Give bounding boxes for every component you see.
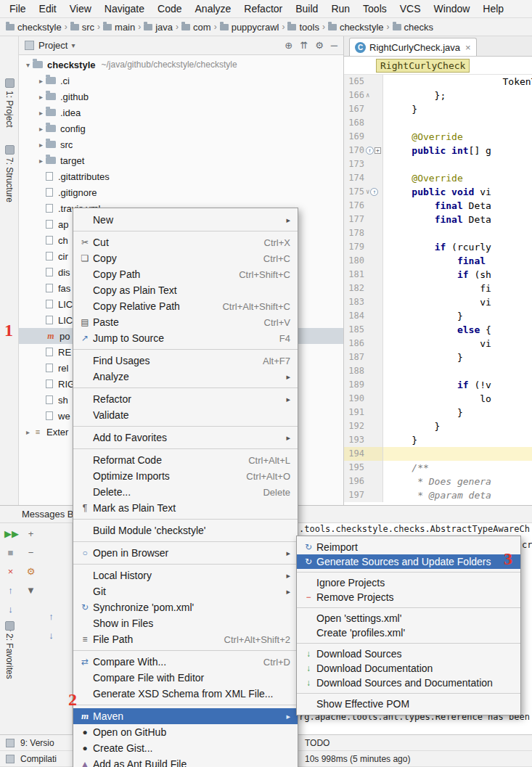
menubar-item-navigate[interactable]: Navigate bbox=[98, 1, 151, 16]
tree-item-github[interactable]: ▸.github bbox=[19, 89, 343, 104]
menu-item-create-profiles-xml[interactable]: Create 'profiles.xml' bbox=[297, 626, 520, 640]
tree-item-config[interactable]: ▸config bbox=[19, 120, 343, 136]
expand-arrow-icon[interactable]: ▸ bbox=[36, 93, 46, 101]
menu-item-analyze[interactable]: Analyze▸ bbox=[73, 369, 298, 385]
tree-item-src[interactable]: ▸src bbox=[19, 136, 343, 152]
compilation-toolwindow-icon[interactable] bbox=[6, 755, 15, 763]
expand-arrow-icon[interactable]: ▸ bbox=[36, 141, 46, 149]
menu-item-mark-as-plain-text[interactable]: ¶Mark as Plain Text bbox=[73, 500, 298, 516]
menubar-item-run[interactable]: Run bbox=[324, 1, 356, 16]
menu-item-copy[interactable]: ❏CopyCtrl+C bbox=[73, 250, 298, 266]
menu-item-generate-sources-and-update-folders[interactable]: ↻Generate Sources and Update Folders bbox=[297, 554, 520, 569]
menu-item-download-sources[interactable]: ↓Download Sources bbox=[297, 647, 520, 661]
breadcrumb-item-checkstyle[interactable]: checkstyle bbox=[328, 22, 384, 33]
chevron-down-icon[interactable]: ▾ bbox=[71, 41, 75, 49]
menu-item-add-to-favorites[interactable]: Add to Favorites▸ bbox=[73, 430, 298, 446]
close-tab-icon[interactable]: × bbox=[465, 42, 471, 53]
menu-item-paste[interactable]: ▤PasteCtrl+V bbox=[73, 314, 298, 330]
menu-item-remove-projects[interactable]: −Remove Projects bbox=[297, 590, 520, 604]
menu-item-copy-as-plain-text[interactable]: Copy as Plain Text bbox=[73, 282, 298, 298]
menubar-item-help[interactable]: Help bbox=[476, 1, 510, 16]
hide-panel-icon[interactable]: ─ bbox=[331, 40, 337, 51]
menu-item-copy-relative-path[interactable]: Copy Relative PathCtrl+Alt+Shift+C bbox=[73, 298, 298, 314]
expand-arrow-icon[interactable]: ▸ bbox=[36, 77, 46, 85]
expand-arrow-icon[interactable]: ▸ bbox=[36, 109, 46, 117]
collapse-all-icon[interactable]: − bbox=[25, 546, 37, 559]
menu-item-compare-with[interactable]: ⇄Compare With...Ctrl+D bbox=[73, 654, 298, 670]
todo-button[interactable]: TODO bbox=[305, 738, 330, 748]
menu-item-validate[interactable]: Validate bbox=[73, 407, 298, 423]
tree-item-gitignore[interactable]: .gitignore bbox=[19, 184, 343, 200]
menu-item-synchronize-pom-xml[interactable]: ↻Synchronize 'pom.xml' bbox=[73, 599, 298, 615]
menu-item-local-history[interactable]: Local History▸ bbox=[73, 567, 298, 583]
editor-tab-rightcurlycheck[interactable]: C RightCurlyCheck.java × bbox=[349, 38, 477, 56]
menubar-item-build[interactable]: Build bbox=[289, 1, 324, 16]
up-arrow-icon[interactable]: ↑ bbox=[45, 610, 57, 623]
menubar-item-edit[interactable]: Edit bbox=[33, 1, 63, 16]
breadcrumb-item-main[interactable]: main bbox=[103, 22, 135, 33]
override-method-icon[interactable]: ↑ bbox=[366, 147, 374, 155]
menu-item-optimize-imports[interactable]: Optimize ImportsCtrl+Alt+O bbox=[73, 468, 298, 484]
expand-arrow-icon[interactable]: ▸ bbox=[23, 428, 33, 436]
code-area[interactable]: 165 TokenT166∧ };167 }168169 @Override17… bbox=[344, 75, 532, 502]
folded-region-icon[interactable]: + bbox=[375, 147, 381, 154]
menu-item-ignore-projects[interactable]: Ignore Projects bbox=[297, 575, 520, 590]
rerun-icon[interactable]: ▶▶ bbox=[4, 528, 17, 540]
tree-item-gitattributes[interactable]: .gitattributes bbox=[19, 168, 343, 184]
breadcrumb-item-src[interactable]: src bbox=[70, 22, 94, 33]
menu-item-open-settings-xml[interactable]: Open 'settings.xml' bbox=[297, 611, 520, 626]
override-method-icon[interactable]: ↑ bbox=[370, 188, 378, 196]
fold-marker-icon[interactable]: ∨ bbox=[366, 185, 369, 199]
menu-item-reimport[interactable]: ↻Reimport bbox=[297, 540, 520, 554]
menu-item-compare-file-with-editor[interactable]: Compare File with Editor bbox=[73, 670, 298, 686]
breadcrumb-item-checks[interactable]: checks bbox=[393, 22, 433, 33]
menubar-item-code[interactable]: Code bbox=[151, 1, 188, 16]
previous-message-icon[interactable]: ↑ bbox=[4, 584, 17, 596]
stripe-button-favorites[interactable]: 2: Favorites bbox=[1, 621, 18, 679]
menu-item-find-usages[interactable]: Find UsagesAlt+F7 bbox=[73, 353, 298, 369]
menu-item-download-documentation[interactable]: ↓Download Documentation bbox=[297, 661, 520, 676]
menu-item-new[interactable]: New▸ bbox=[73, 212, 298, 228]
breadcrumb-item-com[interactable]: com bbox=[181, 22, 211, 33]
tree-item-idea[interactable]: ▸.idea bbox=[19, 104, 343, 120]
menu-item-show-in-files[interactable]: Show in Files bbox=[73, 615, 298, 631]
menubar-item-tools[interactable]: Tools bbox=[356, 1, 393, 16]
compilation-button[interactable]: Compilati bbox=[20, 754, 57, 764]
menu-item-download-sources-and-documentation[interactable]: ↓Download Sources and Documentation bbox=[297, 676, 520, 690]
menu-item-copy-path[interactable]: Copy PathCtrl+Shift+C bbox=[73, 266, 298, 282]
stripe-button-structure[interactable]: 7: Structure bbox=[0, 145, 19, 202]
menu-item-add-as-ant-build-file[interactable]: ▲Add as Ant Build File bbox=[73, 756, 298, 767]
expand-arrow-icon[interactable]: ▸ bbox=[36, 157, 46, 165]
menu-item-create-gist[interactable]: ●Create Gist... bbox=[73, 740, 298, 756]
menu-item-generate-xsd-schema-from-xml-file[interactable]: Generate XSD Schema from XML File... bbox=[73, 686, 298, 702]
menubar-item-window[interactable]: Window bbox=[427, 1, 477, 16]
menubar-item-view[interactable]: View bbox=[63, 1, 98, 16]
filter-icon[interactable]: ▼ bbox=[25, 584, 37, 596]
collapse-arrow-icon[interactable]: ▾ bbox=[23, 61, 33, 69]
menu-item-open-on-github[interactable]: ●Open on GitHub bbox=[73, 724, 298, 740]
tree-root-checkstyle[interactable]: ▾checkstyle~/java/github/checkstyle/chec… bbox=[19, 57, 343, 73]
menu-item-show-effective-pom[interactable]: Show Effective POM bbox=[297, 697, 520, 711]
locate-file-icon[interactable]: ⊕ bbox=[285, 40, 292, 51]
menu-item-build-module-checkstyle[interactable]: Build Module 'checkstyle' bbox=[73, 522, 298, 538]
next-message-icon[interactable]: ↓ bbox=[4, 603, 17, 615]
menu-item-jump-to-source[interactable]: ↗Jump to SourceF4 bbox=[73, 330, 298, 346]
menu-item-reformat-code[interactable]: Reformat CodeCtrl+Alt+L bbox=[73, 452, 298, 468]
collapse-all-icon[interactable]: ⇈ bbox=[300, 40, 308, 51]
menu-item-file-path[interactable]: ≡File PathCtrl+Alt+Shift+2 bbox=[73, 631, 298, 647]
breadcrumb-item-checkstyle[interactable]: checkstyle bbox=[6, 22, 62, 33]
expand-arrow-icon[interactable]: ▸ bbox=[36, 125, 46, 133]
version-control-toolwindow-icon[interactable] bbox=[6, 739, 15, 747]
tree-item-ci[interactable]: ▸.ci bbox=[19, 73, 343, 89]
fold-marker-icon[interactable]: ∧ bbox=[366, 89, 369, 102]
breadcrumb-item-puppycrawl[interactable]: puppycrawl bbox=[220, 22, 279, 33]
menubar-item-vcs[interactable]: VCS bbox=[393, 1, 427, 16]
menubar-item-file[interactable]: File bbox=[3, 1, 33, 16]
settings-gear-icon[interactable]: ⚙ bbox=[315, 40, 324, 51]
settings-gear-icon[interactable]: ⚙ bbox=[25, 565, 37, 578]
close-icon[interactable]: × bbox=[4, 565, 17, 578]
breadcrumb-item-java[interactable]: java bbox=[144, 22, 173, 33]
menu-item-maven[interactable]: mMaven▸ bbox=[73, 708, 298, 724]
tree-item-target[interactable]: ▸target bbox=[19, 152, 343, 168]
expand-all-icon[interactable]: + bbox=[25, 528, 37, 540]
